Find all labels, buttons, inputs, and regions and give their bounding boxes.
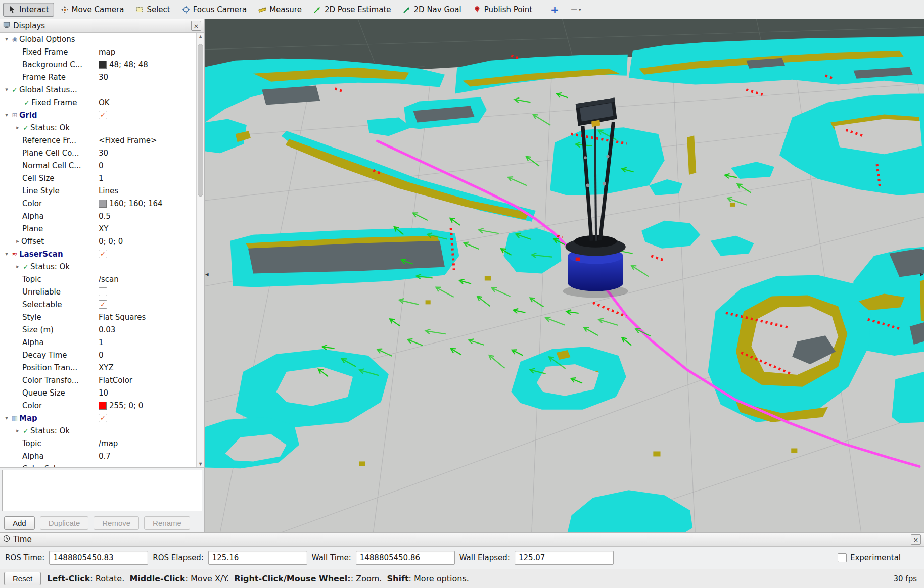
panel-collapse-left-icon[interactable]: ◂ bbox=[205, 271, 209, 277]
tree-row[interactable]: Color Transfo...FlatColor bbox=[0, 374, 196, 386]
property-value[interactable]: 1 bbox=[99, 174, 195, 183]
property-value[interactable]: ✓ bbox=[99, 250, 195, 258]
expander-right-icon[interactable]: ▸ bbox=[14, 125, 21, 130]
scroll-down-icon[interactable]: ▼ bbox=[197, 460, 204, 467]
tool-interact-button[interactable]: Interact bbox=[3, 3, 54, 17]
property-value[interactable]: Flat Squares bbox=[99, 313, 195, 322]
property-value[interactable]: 10 bbox=[99, 388, 195, 398]
wall-time-input[interactable]: 1488805450.86 bbox=[356, 551, 455, 565]
tool-publish-point-button[interactable]: Publish Point bbox=[468, 3, 537, 17]
tree-row[interactable]: ▾▦Map✓ bbox=[0, 412, 196, 424]
property-value[interactable]: 0 bbox=[99, 351, 195, 360]
property-value[interactable]: 0; 0; 0 bbox=[99, 237, 195, 246]
property-value[interactable]: map bbox=[99, 47, 195, 57]
property-value[interactable]: OK bbox=[99, 98, 195, 107]
displays-close-button[interactable]: × bbox=[191, 21, 201, 31]
tree-row[interactable]: Alpha1 bbox=[0, 336, 196, 349]
expander-down-icon[interactable]: ▾ bbox=[3, 415, 10, 421]
expander-right-icon[interactable]: ▸ bbox=[14, 238, 21, 244]
tree-row[interactable]: Alpha0.5 bbox=[0, 210, 196, 222]
time-panel-header[interactable]: Time × bbox=[0, 533, 924, 547]
tree-row[interactable]: StyleFlat Squares bbox=[0, 311, 196, 323]
property-value[interactable]: ✓ bbox=[99, 414, 195, 422]
tree-row[interactable]: Cell Size1 bbox=[0, 172, 196, 184]
tree-row[interactable]: Frame Rate30 bbox=[0, 71, 196, 83]
tree-row[interactable]: Unreliable bbox=[0, 285, 196, 298]
property-value[interactable]: 48; 48; 48 bbox=[99, 60, 195, 69]
tree-row[interactable]: Size (m)0.03 bbox=[0, 323, 196, 336]
property-value[interactable]: 1 bbox=[99, 338, 195, 347]
property-value[interactable]: 0.03 bbox=[99, 325, 195, 334]
tree-row[interactable]: ✓Fixed FrameOK bbox=[0, 96, 196, 109]
tree-row[interactable]: ▾⊞Grid✓ bbox=[0, 109, 196, 121]
tree-row[interactable]: Decay Time0 bbox=[0, 349, 196, 361]
tree-row[interactable]: ▾◉Global Options bbox=[0, 33, 196, 45]
property-value[interactable] bbox=[99, 287, 195, 296]
ros-elapsed-input[interactable]: 125.16 bbox=[208, 551, 307, 565]
viewport-3d[interactable]: ◂ ▸ bbox=[205, 19, 924, 532]
property-value[interactable]: /map bbox=[99, 439, 195, 448]
experimental-checkbox[interactable] bbox=[838, 553, 847, 562]
enable-checkbox[interactable]: ✓ bbox=[99, 414, 107, 422]
property-value[interactable]: 30 bbox=[99, 73, 195, 82]
reset-button[interactable]: Reset bbox=[4, 572, 41, 585]
rename-button[interactable]: Rename bbox=[144, 516, 190, 530]
enable-checkbox[interactable] bbox=[99, 287, 107, 296]
tree-row[interactable]: ▸Offset0; 0; 0 bbox=[0, 235, 196, 248]
tree-row[interactable]: Fixed Framemap bbox=[0, 45, 196, 58]
property-value[interactable]: 0.7 bbox=[99, 452, 195, 461]
add-tool-button[interactable]: + bbox=[546, 3, 564, 16]
enable-checkbox[interactable]: ✓ bbox=[99, 250, 107, 258]
expander-right-icon[interactable]: ▸ bbox=[14, 264, 21, 269]
property-value[interactable]: <Fixed Frame> bbox=[99, 136, 195, 145]
tree-row[interactable]: Color255; 0; 0 bbox=[0, 399, 196, 412]
expander-down-icon[interactable]: ▾ bbox=[3, 251, 10, 257]
displays-panel-header[interactable]: Displays × bbox=[0, 19, 204, 33]
property-value[interactable]: 30 bbox=[99, 149, 195, 158]
tree-row[interactable]: Reference Fr...<Fixed Frame> bbox=[0, 134, 196, 146]
property-value[interactable]: 160; 160; 164 bbox=[99, 199, 195, 208]
scrollbar-track[interactable] bbox=[197, 40, 204, 460]
tree-row[interactable]: ▸✓Status: Ok bbox=[0, 260, 196, 273]
tree-scrollbar[interactable]: ▲ ▼ bbox=[196, 33, 204, 467]
property-value[interactable]: 255; 0; 0 bbox=[99, 401, 195, 410]
add-button[interactable]: Add bbox=[4, 516, 35, 530]
tool-pose-estimate-button[interactable]: 2D Pose Estimate bbox=[308, 3, 396, 17]
expander-down-icon[interactable]: ▾ bbox=[3, 87, 10, 92]
property-value[interactable]: XY bbox=[99, 224, 195, 233]
tree-row[interactable]: Selectable✓ bbox=[0, 298, 196, 311]
wall-elapsed-input[interactable]: 125.07 bbox=[515, 551, 614, 565]
tool-nav-goal-button[interactable]: 2D Nav Goal bbox=[398, 3, 467, 17]
property-value[interactable]: Lines bbox=[99, 186, 195, 195]
property-value[interactable]: 0.5 bbox=[99, 212, 195, 221]
remove-button[interactable]: Remove bbox=[94, 516, 139, 530]
property-value[interactable]: ✓ bbox=[99, 300, 195, 309]
property-value[interactable]: XYZ bbox=[99, 363, 195, 372]
property-value[interactable]: 0 bbox=[99, 161, 195, 170]
tool-select-button[interactable]: Select bbox=[130, 3, 175, 17]
time-close-button[interactable]: × bbox=[911, 534, 921, 545]
property-value[interactable]: FlatColor bbox=[99, 376, 195, 385]
tree-row[interactable]: Position Tran...XYZ bbox=[0, 361, 196, 374]
panel-collapse-right-icon[interactable]: ▸ bbox=[920, 271, 923, 277]
tree-row[interactable]: PlaneXY bbox=[0, 222, 196, 235]
tree-row[interactable]: Color Sch... bbox=[0, 462, 196, 467]
remove-tool-button[interactable]: − ▾ bbox=[568, 4, 584, 15]
expander-down-icon[interactable]: ▾ bbox=[3, 112, 10, 118]
tree-row[interactable]: Background C...48; 48; 48 bbox=[0, 58, 196, 71]
tree-row[interactable]: Line StyleLines bbox=[0, 184, 196, 197]
tree-row[interactable]: Alpha0.7 bbox=[0, 450, 196, 462]
tree-row[interactable]: Topic/scan bbox=[0, 273, 196, 285]
scroll-up-icon[interactable]: ▲ bbox=[197, 33, 204, 40]
tree-row[interactable]: Queue Size10 bbox=[0, 386, 196, 399]
property-value[interactable]: /scan bbox=[99, 275, 195, 284]
tool-focus-camera-button[interactable]: Focus Camera bbox=[177, 3, 252, 17]
tree-row[interactable]: Topic/map bbox=[0, 437, 196, 450]
tree-row[interactable]: ▾≈LaserScan✓ bbox=[0, 248, 196, 260]
enable-checkbox[interactable]: ✓ bbox=[99, 300, 107, 309]
tree-row[interactable]: Plane Cell Co...30 bbox=[0, 146, 196, 159]
expander-right-icon[interactable]: ▸ bbox=[14, 428, 21, 433]
enable-checkbox[interactable]: ✓ bbox=[99, 111, 107, 119]
tree-row[interactable]: ▾✓Global Status... bbox=[0, 83, 196, 96]
tree-row[interactable]: Normal Cell C...0 bbox=[0, 159, 196, 172]
